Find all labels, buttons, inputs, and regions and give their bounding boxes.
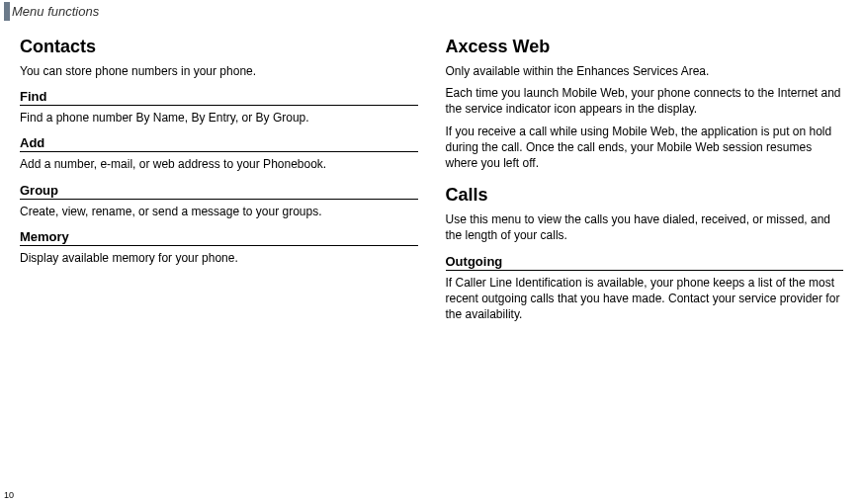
find-heading: Find xyxy=(20,89,418,106)
running-header-text: Menu functions xyxy=(12,4,99,19)
contacts-title: Contacts xyxy=(20,37,418,57)
header-accent-bar xyxy=(4,2,10,21)
page-number: 10 xyxy=(4,490,14,500)
add-text: Add a number, e-mail, or web address to … xyxy=(20,156,418,172)
memory-heading: Memory xyxy=(20,229,418,246)
contacts-intro: You can store phone numbers in your phon… xyxy=(20,63,418,79)
axcess-p2: Each time you launch Mobile Web, your ph… xyxy=(446,85,844,117)
right-column: Axcess Web Only available within the Enh… xyxy=(446,31,844,328)
group-heading: Group xyxy=(20,183,418,200)
outgoing-heading: Outgoing xyxy=(446,254,844,271)
add-heading: Add xyxy=(20,135,418,152)
page-running-header: Menu functions xyxy=(4,2,863,21)
calls-intro: Use this menu to view the calls you have… xyxy=(446,211,844,243)
memory-text: Display available memory for your phone. xyxy=(20,250,418,266)
left-column: Contacts You can store phone numbers in … xyxy=(20,31,418,328)
page-columns: Contacts You can store phone numbers in … xyxy=(0,21,863,328)
calls-title: Calls xyxy=(446,185,844,206)
axcess-p1: Only available within the Enhances Servi… xyxy=(446,63,844,79)
group-text: Create, view, rename, or send a message … xyxy=(20,204,418,219)
outgoing-text: If Caller Line Identification is availab… xyxy=(446,275,844,323)
axcess-p3: If you receive a call while using Mobile… xyxy=(446,124,844,172)
find-text: Find a phone number By Name, By Entry, o… xyxy=(20,110,418,126)
axcess-title: Axcess Web xyxy=(446,37,844,57)
